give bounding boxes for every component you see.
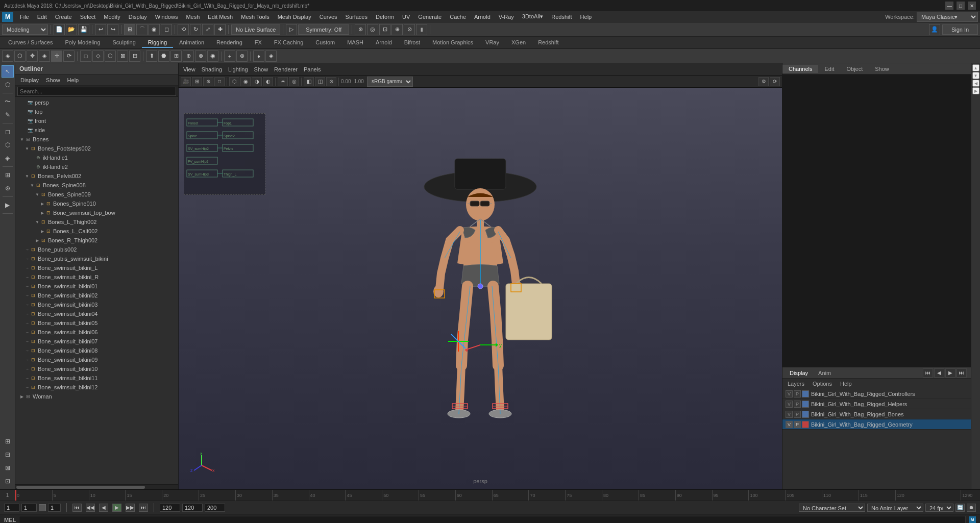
rot-tool-btn[interactable]: ⟳ xyxy=(63,51,75,62)
vp-menu-panels[interactable]: Panels xyxy=(301,65,324,73)
sculpt-btn[interactable]: ⊛ xyxy=(2,182,14,194)
tab-arnold[interactable]: Arnold xyxy=(370,38,398,48)
connect-btn[interactable]: ⊕ xyxy=(183,51,194,62)
list-item[interactable]: ▼ ⊡ Bones_Pelvis002 xyxy=(15,171,178,181)
paint-tool-btn[interactable]: ✎ xyxy=(2,109,14,121)
vp-smooth-btn[interactable]: ◉ xyxy=(240,77,251,86)
menu-modify[interactable]: Modify xyxy=(100,13,124,21)
vp-menu-view[interactable]: View xyxy=(181,65,198,73)
snap-view-btn[interactable]: ◻ xyxy=(161,24,172,35)
layer-color-swatch[interactable] xyxy=(802,411,809,418)
menu-deform[interactable]: Deform xyxy=(372,13,398,21)
tab-poly-modeling[interactable]: Poly Modeling xyxy=(59,38,106,48)
attract-btn[interactable]: ⊕ xyxy=(391,24,403,35)
outliner-display-menu[interactable]: Display xyxy=(17,76,42,84)
record-btn[interactable]: ⏺ xyxy=(967,504,976,512)
no-character-select[interactable]: No Character Set xyxy=(799,504,865,512)
options-menu[interactable]: Options xyxy=(810,380,835,388)
list-item[interactable]: →⊡Bone_swimsuit_bikini10 xyxy=(15,364,178,373)
select-mode-btn[interactable]: ▷ xyxy=(286,24,297,35)
mesh-btn[interactable]: ◻ xyxy=(2,126,14,138)
list-item[interactable]: →⊡Bone_swimsuit_bikini08 xyxy=(15,346,178,355)
list-item[interactable]: ⊛ ikHandle2 xyxy=(15,162,178,171)
menu-create[interactable]: Create xyxy=(52,13,76,21)
extrude-btn[interactable]: ⬆ xyxy=(146,51,157,62)
range-end-input[interactable] xyxy=(182,504,203,512)
menu-edit[interactable]: Edit xyxy=(34,13,51,21)
list-item[interactable]: →⊡Bone_swimsuit_bikini09 xyxy=(15,355,178,364)
list-item[interactable]: →⊡Bone_swimsuit_bikini07 xyxy=(15,337,178,346)
nurbs-btn[interactable]: ◈ xyxy=(2,152,14,164)
tab-fx[interactable]: FX xyxy=(249,38,268,48)
menu-mesh-tools[interactable]: Mesh Tools xyxy=(237,13,273,21)
lasso-tool-btn[interactable]: ⬡ xyxy=(14,51,26,62)
rp-tab-edit[interactable]: Edit xyxy=(818,65,840,73)
menu-3dtoall[interactable]: 3DtoAll▾ xyxy=(519,12,547,21)
list-item[interactable]: ⊛ ikHandle1 xyxy=(15,153,178,162)
tab-redshift[interactable]: Redshift xyxy=(532,38,565,48)
lattice-btn[interactable]: ⊞ xyxy=(2,169,14,181)
soft-select-tool-btn[interactable]: ◈ xyxy=(39,51,50,62)
timeline-ruler[interactable]: 0 5 10 15 20 25 30 35 40 45 50 55 60 65 … xyxy=(15,490,980,501)
tab-rendering[interactable]: Rendering xyxy=(210,38,249,48)
list-item[interactable]: ▶ ⊡ Bones_Spine010 xyxy=(15,199,178,208)
vp-dof-btn[interactable]: ⊘ xyxy=(326,77,336,86)
bridge-btn[interactable]: ⊞ xyxy=(170,51,182,62)
tab-xgen[interactable]: XGen xyxy=(505,38,532,48)
smooth-btn[interactable]: ◉ xyxy=(207,51,218,62)
rig-handle-pelvis[interactable] xyxy=(478,284,483,289)
menu-curves[interactable]: Curves xyxy=(316,13,341,21)
rp-tab-display[interactable]: Display xyxy=(785,369,813,377)
expand-arrow[interactable]: ▼ xyxy=(30,183,35,188)
vp-textured-btn[interactable]: ◐ xyxy=(263,77,273,86)
menu-mesh[interactable]: Mesh xyxy=(182,13,203,21)
list-item[interactable]: →⊡Bone_swimsuit_bikini03 xyxy=(15,300,178,309)
tab-custom[interactable]: Custom xyxy=(309,38,341,48)
undo-btn[interactable]: ↩ xyxy=(95,24,106,35)
expand-arrow[interactable]: ▼ xyxy=(24,146,30,151)
redo-btn[interactable]: ↪ xyxy=(107,24,118,35)
vp-layout-btn[interactable]: □ xyxy=(214,77,225,86)
vp-snap-btn[interactable]: ⊛ xyxy=(203,77,213,86)
face-mode-btn[interactable]: □ xyxy=(80,51,91,62)
layer-pickable-btn[interactable]: P xyxy=(794,411,801,418)
fps-select[interactable]: 24 fps xyxy=(925,504,953,512)
layer-fwd-btn[interactable]: ▶ xyxy=(945,368,955,378)
list-item[interactable]: V P Bikini_Girl_With_Bag_Rigged_Helpers xyxy=(782,399,971,409)
layer-back-btn[interactable]: ◀ xyxy=(934,368,944,378)
list-item[interactable]: →⊡Bone_swimsuit_bikini04 xyxy=(15,309,178,318)
list-item[interactable]: → ⊡ Bone_swimsuit_bikini_R xyxy=(15,272,178,282)
menu-help[interactable]: Help xyxy=(577,13,596,21)
list-item[interactable]: 📷 front xyxy=(15,116,178,126)
layer-visible-btn[interactable]: V xyxy=(786,411,793,418)
list-item[interactable]: V P Bikini_Girl_With_Bag_Rigged_Bones xyxy=(782,409,971,419)
maximize-btn[interactable]: □ xyxy=(957,2,965,10)
list-item[interactable]: →⊡Bone_swimsuit_bikini05 xyxy=(15,318,178,328)
list-item[interactable]: →⊡Bone_swimsuit_bikini02 xyxy=(15,291,178,300)
menu-display[interactable]: Display xyxy=(125,13,151,21)
snap-curve-btn[interactable]: ⌒ xyxy=(136,24,148,35)
vp-shadow-btn[interactable]: ◧ xyxy=(304,77,314,86)
sign-in-btn[interactable]: Sign In xyxy=(942,24,978,35)
vp-grid-btn[interactable]: ⊞ xyxy=(192,77,202,86)
select-btn[interactable]: ↖ xyxy=(2,65,14,78)
vp-settings-btn[interactable]: ⚙ xyxy=(758,77,769,86)
edge-mode-btn[interactable]: ◇ xyxy=(92,51,104,62)
mode-select[interactable]: Modeling xyxy=(2,24,48,35)
list-item[interactable]: →⊡Bone_swimsuit_bikini12 xyxy=(15,383,178,392)
menu-arnold[interactable]: Arnold xyxy=(471,13,494,21)
list-item[interactable]: →⊡Bone_swimsuit_bikini06 xyxy=(15,328,178,337)
menu-uv[interactable]: UV xyxy=(399,13,413,21)
list-item[interactable]: V P Bikini_Girl_With_Bag_Rigged_Geometry xyxy=(782,419,971,430)
tab-animation[interactable]: Animation xyxy=(173,38,210,48)
render-btn[interactable]: ▶ xyxy=(2,199,14,211)
menu-edit-mesh[interactable]: Edit Mesh xyxy=(204,13,236,21)
tab-sculpting[interactable]: Sculpting xyxy=(107,38,142,48)
user-icon[interactable]: 👤 xyxy=(929,24,940,35)
icon-panel1[interactable]: ⊞ xyxy=(2,435,14,447)
outliner-show-menu[interactable]: Show xyxy=(43,76,63,84)
layer-visible-btn[interactable]: V xyxy=(786,421,793,428)
paint-select-btn[interactable]: ✥ xyxy=(27,51,38,62)
list-item[interactable]: V P Bikini_Girl_With_Bag_Rigged_Controll… xyxy=(782,389,971,399)
list-item[interactable]: →⊡Bone_swimsuit_bikini01 xyxy=(15,282,178,291)
